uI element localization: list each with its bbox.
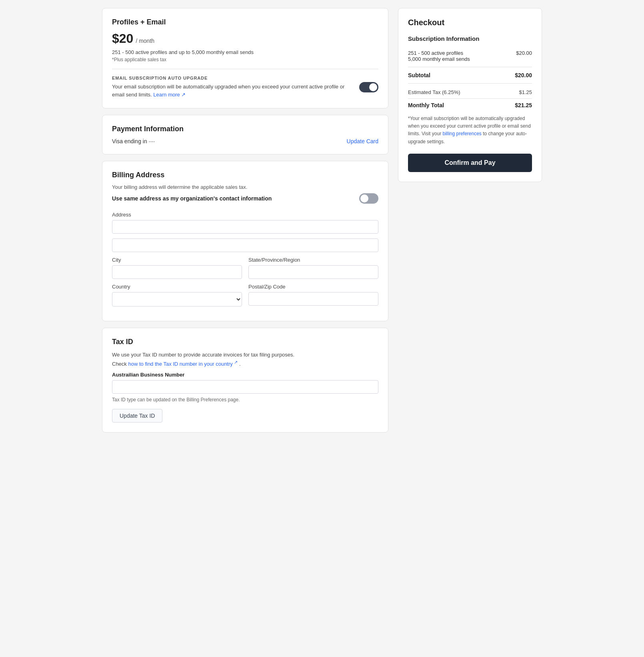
billing-address-card: Billing Address Your billing address wil…: [102, 161, 388, 321]
toggle-slider-on: [359, 82, 378, 92]
tax-desc: We use your Tax ID number to provide acc…: [112, 351, 378, 368]
address-input[interactable]: [112, 220, 378, 234]
tax-period: .: [239, 361, 241, 367]
right-column: Checkout Subscription Information 251 - …: [398, 8, 542, 182]
subtotal-value: $20.00: [515, 72, 532, 78]
total-value: $21.25: [515, 102, 532, 108]
checkout-note: *Your email subscription will be automat…: [408, 115, 532, 146]
subscription-labels: 251 - 500 active profiles 5,000 monthly …: [408, 50, 470, 62]
auto-upgrade-label: EMAIL SUBSCRIPTION AUTO UPGRADE Your ema…: [112, 76, 359, 98]
country-select[interactable]: [112, 292, 242, 306]
country-label: Country: [112, 284, 242, 290]
profiles-email-card: Profiles + Email $20 / month 251 - 500 a…: [102, 8, 388, 108]
product-title: Profiles + Email: [112, 18, 378, 26]
tax-desc-start: We use your Tax ID number to provide acc…: [112, 352, 294, 358]
checkout-divider-1: [408, 67, 532, 67]
billing-preferences-link-text: billing preferences: [442, 131, 481, 136]
checkout-line2-label: 5,000 monthly email sends: [408, 56, 470, 62]
tax-id-link[interactable]: how to find the Tax ID number in your co…: [128, 361, 239, 367]
same-address-label: Use same address as my organization's co…: [112, 195, 272, 202]
same-address-toggle[interactable]: [359, 193, 378, 204]
checkout-tax-row: Estimated Tax (6.25%) $1.25: [408, 89, 532, 95]
profile-description: 251 - 500 active profiles and up to 5,00…: [112, 49, 378, 55]
same-address-toggle-slider: [359, 193, 378, 204]
tax-id-title: Tax ID: [112, 338, 378, 346]
city-group: City: [112, 257, 242, 279]
same-address-row: Use same address as my organization's co…: [112, 193, 378, 204]
address-label: Address: [112, 212, 378, 218]
auto-upgrade-heading: EMAIL SUBSCRIPTION AUTO UPGRADE: [112, 76, 353, 80]
divider: [112, 69, 378, 69]
city-label: City: [112, 257, 242, 263]
address2-group: [112, 238, 378, 252]
billing-subtitle: Your billing address will determine the …: [112, 184, 378, 190]
tax-field-label: Austrailian Business Number: [112, 372, 378, 378]
card-hint: ····: [149, 138, 155, 144]
checkout-line-value: $20.00: [516, 50, 532, 56]
checkout-profiles-row: 251 - 500 active profiles 5,000 monthly …: [408, 50, 532, 62]
address-group: Address: [112, 212, 378, 234]
state-group: State/Province/Region: [248, 257, 378, 279]
confirm-pay-button[interactable]: Confirm and Pay: [408, 154, 532, 172]
payment-label: Visa ending in ····: [112, 138, 155, 144]
billing-preferences-link[interactable]: billing preferences: [442, 131, 483, 136]
country-postal-row: Country Postal/Zip Code: [112, 284, 378, 306]
auto-upgrade-desc: Your email subscription will be automati…: [112, 83, 353, 98]
update-tax-button[interactable]: Update Tax ID: [112, 409, 162, 423]
payment-card: Payment Information Visa ending in ···· …: [102, 115, 388, 154]
sales-tax-note: *Plus applicable sales tax: [112, 57, 378, 62]
checkout-divider-2: [408, 83, 532, 84]
checkout-total-row: Monthly Total $21.25: [408, 98, 532, 108]
tax-link-text: how to find the Tax ID number in your co…: [128, 361, 232, 367]
tax-id-input[interactable]: [112, 380, 378, 394]
payment-title: Payment Information: [112, 125, 378, 133]
learn-more-link[interactable]: Learn more ↗: [153, 92, 186, 98]
update-card-link[interactable]: Update Card: [347, 138, 378, 144]
auto-upgrade-section: EMAIL SUBSCRIPTION AUTO UPGRADE Your ema…: [112, 76, 378, 98]
postal-label: Postal/Zip Code: [248, 284, 378, 290]
auto-upgrade-desc-text: Your email subscription will be automati…: [112, 84, 344, 98]
left-column: Profiles + Email $20 / month 251 - 500 a…: [102, 8, 388, 433]
billing-address-title: Billing Address: [112, 171, 378, 179]
tax-id-card: Tax ID We use your Tax ID number to prov…: [102, 328, 388, 433]
tax-value: $1.25: [519, 89, 532, 95]
checkout-line1-label: 251 - 500 active profiles: [408, 50, 470, 56]
external-icon: ↗: [234, 360, 238, 365]
visa-label: Visa ending in: [112, 138, 147, 144]
price-period: / month: [136, 38, 154, 44]
tax-label: Estimated Tax (6.25%): [408, 89, 460, 95]
checkout-title: Checkout: [408, 18, 532, 27]
country-group: Country: [112, 284, 242, 306]
price-amount: $20: [112, 31, 133, 46]
postal-group: Postal/Zip Code: [248, 284, 378, 306]
payment-row: Visa ending in ···· Update Card: [112, 138, 378, 144]
city-state-row: City State/Province/Region: [112, 257, 378, 279]
checkout-subtotal-row: Subtotal $20.00: [408, 72, 532, 78]
state-input[interactable]: [248, 265, 378, 279]
subtotal-label: Subtotal: [408, 72, 430, 78]
address2-input[interactable]: [112, 238, 378, 252]
tax-note: Tax ID type can be updated on the Billin…: [112, 397, 378, 403]
total-label: Monthly Total: [408, 102, 444, 108]
auto-upgrade-toggle[interactable]: [359, 82, 378, 92]
checkout-section-title: Subscription Information: [408, 35, 532, 45]
city-input[interactable]: [112, 265, 242, 279]
postal-input[interactable]: [248, 292, 378, 306]
checkout-card: Checkout Subscription Information 251 - …: [398, 8, 542, 182]
tax-check-prefix: Check: [112, 361, 128, 367]
state-label: State/Province/Region: [248, 257, 378, 263]
